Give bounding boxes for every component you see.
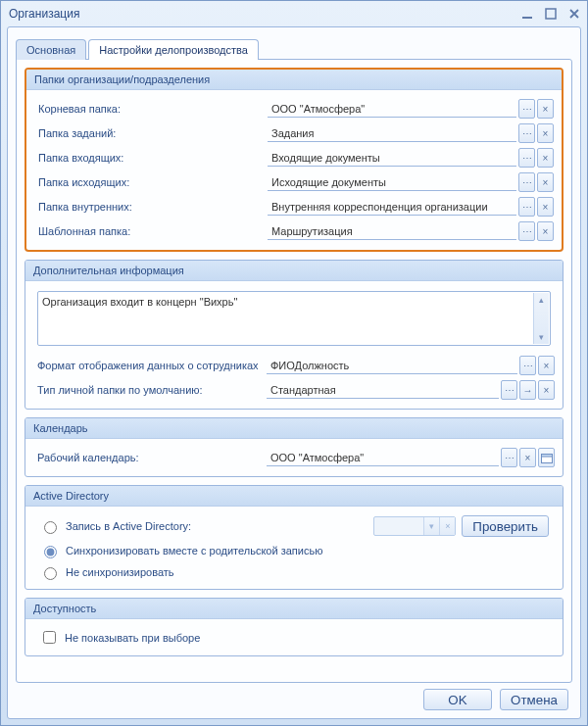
root-folder-label: Корневая папка: bbox=[34, 103, 268, 115]
internal-folder-input[interactable] bbox=[268, 198, 516, 216]
scroll-up-icon[interactable]: ▴ bbox=[534, 293, 549, 307]
svg-rect-3 bbox=[541, 454, 552, 457]
row-work-calendar: Рабочий календарь: ⋯ × bbox=[33, 446, 555, 469]
row-outgoing-folder: Папка исходящих: ⋯ × bbox=[34, 170, 554, 194]
tab-page: Папки организации/подразделения Корневая… bbox=[16, 59, 572, 683]
clear-button[interactable]: × bbox=[537, 197, 554, 217]
work-calendar-label: Рабочий календарь: bbox=[33, 452, 267, 463]
svg-rect-0 bbox=[522, 17, 532, 19]
arrow-button[interactable]: → bbox=[519, 380, 536, 400]
ellipsis-button[interactable]: ⋯ bbox=[518, 197, 535, 217]
group-folders-header: Папки организации/подразделения bbox=[26, 70, 562, 90]
incoming-folder-input[interactable] bbox=[268, 149, 516, 167]
ad-option-record[interactable]: Запись в Active Directory: ▾ × Проверить bbox=[33, 512, 555, 540]
tab-bar: Основная Настройки делопроизводства bbox=[16, 35, 572, 59]
clear-button[interactable]: × bbox=[537, 148, 554, 168]
ellipsis-button[interactable]: ⋯ bbox=[501, 448, 517, 467]
group-calendar: Календарь Рабочий календарь: ⋯ × bbox=[24, 417, 564, 477]
clear-button[interactable]: × bbox=[538, 356, 555, 375]
row-display-format: Формат отображения данных о сотрудниках … bbox=[33, 354, 555, 377]
internal-folder-label: Папка внутренних: bbox=[34, 201, 268, 213]
group-calendar-header: Календарь bbox=[25, 418, 563, 439]
group-availability-header: Доступность bbox=[25, 599, 563, 619]
clear-button[interactable]: × bbox=[537, 123, 554, 143]
ellipsis-button[interactable]: ⋯ bbox=[518, 221, 535, 241]
ellipsis-button[interactable]: ⋯ bbox=[501, 380, 517, 400]
ad-option-sync-parent[interactable]: Синхронизировать вместе с родительской з… bbox=[33, 540, 555, 561]
client-area: Основная Настройки делопроизводства Папк… bbox=[7, 26, 581, 719]
organization-window: Организация Основная Настройки делопроиз… bbox=[0, 0, 588, 726]
clear-icon: × bbox=[439, 517, 455, 535]
template-folder-input[interactable] bbox=[268, 222, 516, 240]
incoming-folder-label: Папка входящих: bbox=[34, 152, 268, 164]
ad-record-radio[interactable] bbox=[44, 521, 57, 534]
ad-check-button[interactable]: Проверить bbox=[462, 515, 549, 537]
titlebar: Организация bbox=[1, 1, 587, 26]
ad-record-label: Запись в Active Directory: bbox=[66, 520, 191, 532]
ad-sync-parent-radio[interactable] bbox=[44, 546, 57, 558]
chevron-down-icon: ▾ bbox=[423, 517, 439, 535]
outgoing-folder-input[interactable] bbox=[268, 173, 516, 191]
dialog-buttons: OK Отмена bbox=[16, 683, 572, 710]
ad-sync-parent-label: Синхронизировать вместе с родительской з… bbox=[66, 545, 322, 557]
group-folders-body: Корневая папка: ⋯ × Папка заданий: ⋯ × bbox=[26, 90, 562, 250]
extra-text-box: ▴ ▾ bbox=[37, 291, 551, 346]
work-calendar-input[interactable] bbox=[267, 449, 499, 466]
close-icon[interactable] bbox=[567, 7, 581, 21]
svg-rect-1 bbox=[546, 9, 556, 19]
display-format-input[interactable] bbox=[267, 357, 517, 374]
tasks-folder-label: Папка заданий: bbox=[34, 127, 268, 139]
ad-option-no-sync[interactable]: Не синхронизировать bbox=[33, 561, 555, 583]
group-extra-header: Дополнительная информация bbox=[25, 261, 563, 281]
ellipsis-button[interactable]: ⋯ bbox=[518, 123, 535, 143]
root-folder-input[interactable] bbox=[268, 100, 516, 118]
minimize-icon[interactable] bbox=[520, 7, 534, 21]
scrollbar[interactable]: ▴ ▾ bbox=[533, 293, 549, 344]
display-format-label: Формат отображения данных о сотрудниках bbox=[33, 360, 267, 371]
personal-folder-type-input[interactable] bbox=[267, 381, 499, 399]
window-title: Организация bbox=[9, 7, 520, 21]
ellipsis-button[interactable]: ⋯ bbox=[518, 172, 535, 192]
group-folders: Папки организации/подразделения Корневая… bbox=[24, 68, 564, 252]
row-root-folder: Корневая папка: ⋯ × bbox=[34, 97, 554, 121]
row-tasks-folder: Папка заданий: ⋯ × bbox=[34, 121, 554, 145]
ad-record-combo: ▾ × bbox=[373, 516, 456, 536]
row-personal-folder-type: Тип личной папки по умолчанию: ⋯ → × bbox=[33, 378, 555, 402]
outgoing-folder-label: Папка исходящих: bbox=[34, 176, 268, 188]
tab-workflow-settings[interactable]: Настройки делопроизводства bbox=[88, 39, 259, 60]
ellipsis-button[interactable]: ⋯ bbox=[518, 148, 535, 168]
tab-main[interactable]: Основная bbox=[16, 39, 86, 60]
calendar-icon[interactable] bbox=[538, 448, 555, 467]
group-availability: Доступность Не показывать при выборе bbox=[24, 598, 564, 656]
template-folder-label: Шаблонная папка: bbox=[34, 225, 268, 237]
hide-on-select-label: Не показывать при выборе bbox=[65, 632, 200, 644]
hide-on-select-row[interactable]: Не показывать при выборе bbox=[33, 625, 555, 650]
row-template-folder: Шаблонная папка: ⋯ × bbox=[34, 219, 554, 243]
group-extra: Дополнительная информация ▴ ▾ Формат ото… bbox=[24, 260, 564, 410]
ellipsis-button[interactable]: ⋯ bbox=[519, 356, 536, 375]
clear-button[interactable]: × bbox=[538, 380, 555, 400]
window-controls bbox=[520, 7, 581, 21]
ad-no-sync-label: Не синхронизировать bbox=[66, 566, 174, 578]
group-active-directory: Active Directory Запись в Active Directo… bbox=[24, 485, 564, 590]
scroll-down-icon[interactable]: ▾ bbox=[534, 330, 549, 344]
clear-button[interactable]: × bbox=[537, 221, 554, 241]
group-ad-header: Active Directory bbox=[25, 486, 563, 507]
row-incoming-folder: Папка входящих: ⋯ × bbox=[34, 146, 554, 169]
maximize-icon[interactable] bbox=[544, 7, 558, 21]
tasks-folder-input[interactable] bbox=[268, 124, 516, 142]
ok-button[interactable]: OK bbox=[423, 689, 492, 710]
personal-folder-type-label: Тип личной папки по умолчанию: bbox=[33, 384, 267, 396]
row-internal-folder: Папка внутренних: ⋯ × bbox=[34, 195, 554, 218]
hide-on-select-checkbox[interactable] bbox=[43, 631, 56, 644]
cancel-button[interactable]: Отмена bbox=[500, 689, 568, 710]
extra-textarea[interactable] bbox=[38, 292, 532, 345]
clear-button[interactable]: × bbox=[537, 172, 554, 192]
ad-no-sync-radio[interactable] bbox=[44, 567, 57, 580]
clear-button[interactable]: × bbox=[519, 448, 536, 467]
ellipsis-button[interactable]: ⋯ bbox=[518, 99, 535, 119]
clear-button[interactable]: × bbox=[537, 99, 554, 119]
